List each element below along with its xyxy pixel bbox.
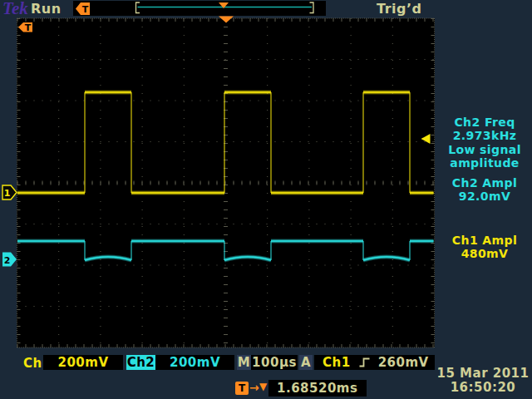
timebase-label: M [238, 355, 250, 370]
timebase-value: 100µs [252, 355, 297, 370]
trigger-position-value: 1.68520ms [268, 381, 357, 396]
measurement-warning-line2: amplitude [437, 156, 532, 170]
trigger-status: Trig’d [377, 1, 422, 17]
trigger-source-label: Ch1 [323, 355, 351, 370]
graticule-grid [17, 18, 435, 347]
trigger-mode-chip: A [299, 355, 313, 370]
trigger-level-arrow-icon [421, 134, 431, 144]
arrow-right-icon: → [249, 381, 259, 394]
ch2-scale-box: 200mV [155, 355, 234, 370]
ch2-ampl-value: 92.0mV [437, 190, 532, 203]
ch2-channel-chip: Ch2 [126, 355, 155, 370]
measurement-warning-line1: Low signal [437, 143, 532, 156]
trigger-level-value: 260mV [378, 355, 429, 370]
graticule-background [17, 18, 435, 347]
ch1-marker-label: 1 [4, 188, 11, 199]
ch1-ampl-value: 480mV [437, 247, 532, 260]
rising-edge-icon [358, 357, 371, 368]
ch2-marker-label: 2 [4, 255, 11, 266]
triangle-down-icon: ▼ [259, 381, 267, 392]
timebase-chip: M [237, 355, 251, 370]
ch2-freq-value: 2.973kHz [437, 129, 532, 142]
oscilloscope-screen: { "header": { "brand": "Tek", "acq_statu… [0, 0, 532, 399]
ch1-ground-marker [2, 185, 17, 200]
date-value: 15 Mar 2011 [434, 367, 532, 381]
graticule-t-marker-icon [18, 22, 32, 32]
trigger-t-icon: T [235, 382, 249, 395]
graticule-t-marker-icon-label: T [25, 22, 32, 33]
time-value: 16:50:20 [434, 381, 532, 395]
ch2-scale-value: 200mV [170, 355, 220, 370]
datetime-readout: 15 Mar 2011 16:50:20 [434, 367, 532, 395]
tek-brand-logo: Tek [2, 0, 28, 17]
timebase-box: 100µs [251, 355, 298, 370]
ch2-channel-label: Ch2 [127, 355, 155, 370]
ch2-trace [17, 241, 434, 260]
record-view-strip [73, 1, 326, 16]
trigger-position-marker-icon [219, 17, 234, 23]
ch2-ground-marker [2, 253, 17, 267]
trigger-settings-box: Ch1 260mV [314, 355, 435, 370]
ch1-trace [17, 92, 434, 193]
ch2-ampl-label: Ch2 Ampl [437, 176, 532, 190]
trigger-mode-label: A [301, 355, 311, 370]
ch1-scale-box: 200mV [43, 355, 123, 370]
ch1-scale-value: 200mV [57, 355, 108, 370]
acquisition-status: Run [31, 1, 62, 17]
ch2-freq-label: Ch2 Freq [437, 116, 532, 129]
ch1-ampl-label: Ch1 Ampl [437, 234, 532, 247]
trigger-position-box: 1.68520ms [268, 380, 367, 397]
